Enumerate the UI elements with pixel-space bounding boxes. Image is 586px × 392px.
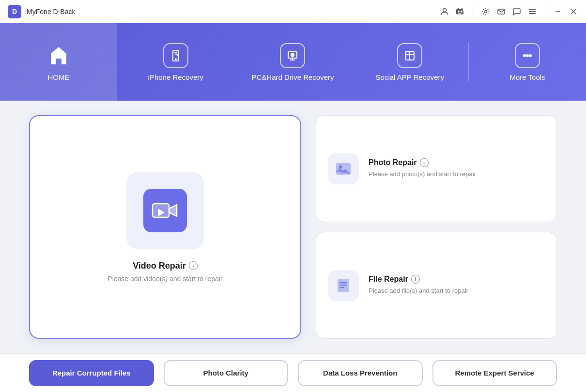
separator2 xyxy=(545,7,545,16)
mail-icon[interactable] xyxy=(496,7,506,16)
remote-expert-service-button[interactable]: Remote Expert Service xyxy=(432,360,557,386)
file-repair-card[interactable]: File Repair i Please add file(s) and sta… xyxy=(316,232,557,339)
nav-item-pc-hard-drive[interactable]: PC&Hard Drive Recovery xyxy=(234,23,352,101)
photo-repair-card[interactable]: Photo Repair i Please add photo(s) and s… xyxy=(316,115,557,222)
nav-pc-label: PC&Hard Drive Recovery xyxy=(251,73,334,81)
avatar-icon[interactable] xyxy=(440,7,449,16)
more-tools-icon xyxy=(515,43,540,68)
video-icon-inner xyxy=(143,189,187,232)
svg-rect-25 xyxy=(339,285,347,286)
home-icon xyxy=(46,43,71,68)
svg-point-13 xyxy=(292,54,293,55)
video-repair-desc: Please add video(s) and start to repair xyxy=(108,275,222,283)
video-repair-info-icon[interactable]: i xyxy=(189,261,198,270)
photo-repair-desc: Please add photo(s) and start to repair xyxy=(369,170,476,179)
menu-icon[interactable] xyxy=(527,7,537,16)
app-logo: D xyxy=(8,5,21,18)
separator xyxy=(473,7,473,16)
file-repair-desc: Please add file(s) and start to repair xyxy=(369,286,468,295)
svg-point-22 xyxy=(339,165,342,168)
minimize-button[interactable] xyxy=(553,7,563,16)
photo-repair-title: Photo Repair i xyxy=(369,158,476,167)
nav-home-label: HOME xyxy=(47,73,69,81)
svg-point-10 xyxy=(175,59,176,60)
nav-item-iphone-recovery[interactable]: iPhone Recovery xyxy=(117,23,234,101)
photo-repair-content: Photo Repair i Please add photo(s) and s… xyxy=(369,158,476,179)
svg-rect-26 xyxy=(339,287,344,288)
settings-icon[interactable] xyxy=(481,7,491,16)
svg-rect-24 xyxy=(339,282,347,284)
title-bar-controls xyxy=(440,7,578,16)
discord-icon[interactable] xyxy=(455,7,465,16)
nav-iphone-label: iPhone Recovery xyxy=(148,73,203,81)
title-bar: D iMyFone D-Back xyxy=(0,0,586,23)
svg-rect-2 xyxy=(498,9,505,14)
close-button[interactable] xyxy=(569,7,578,16)
svg-point-18 xyxy=(526,55,528,57)
nav-item-social-app[interactable]: Social APP Recovery xyxy=(351,23,468,101)
right-cards: Photo Repair i Please add photo(s) and s… xyxy=(316,115,557,339)
photo-repair-icon xyxy=(328,153,359,184)
pc-recovery-icon xyxy=(280,43,305,68)
chat-icon[interactable] xyxy=(512,7,522,16)
file-repair-title: File Repair i xyxy=(369,275,468,284)
nav-bar: HOME iPhone Recovery PC&Hard Drive xyxy=(0,23,586,101)
file-repair-content: File Repair i Please add file(s) and sta… xyxy=(369,275,468,295)
file-repair-icon xyxy=(328,270,359,301)
svg-point-19 xyxy=(529,55,531,57)
svg-point-17 xyxy=(524,55,525,57)
social-app-icon xyxy=(397,43,422,68)
video-repair-card[interactable]: Video Repair i Please add video(s) and s… xyxy=(29,115,301,339)
video-repair-title: Video Repair i xyxy=(133,261,198,271)
app-title: iMyFone D-Back xyxy=(25,8,75,15)
repair-corrupted-files-button[interactable]: Repair Corrupted Files xyxy=(29,360,154,386)
nav-item-more-tools[interactable]: More Tools xyxy=(469,23,586,101)
svg-point-0 xyxy=(443,8,447,12)
data-loss-prevention-button[interactable]: Data Loss Prevention xyxy=(298,360,423,386)
nav-social-label: Social APP Recovery xyxy=(376,73,444,81)
nav-more-label: More Tools xyxy=(510,73,545,81)
bottom-bar: Repair Corrupted Files Photo Clarity Dat… xyxy=(0,353,586,392)
video-icon-container xyxy=(126,172,204,249)
main-content: Video Repair i Please add video(s) and s… xyxy=(0,101,586,353)
file-repair-info-icon[interactable]: i xyxy=(411,275,420,284)
svg-point-1 xyxy=(485,10,487,13)
iphone-recovery-icon xyxy=(163,43,188,68)
photo-repair-info-icon[interactable]: i xyxy=(420,158,429,167)
nav-item-home[interactable]: HOME xyxy=(0,23,117,101)
photo-clarity-button[interactable]: Photo Clarity xyxy=(164,360,289,386)
